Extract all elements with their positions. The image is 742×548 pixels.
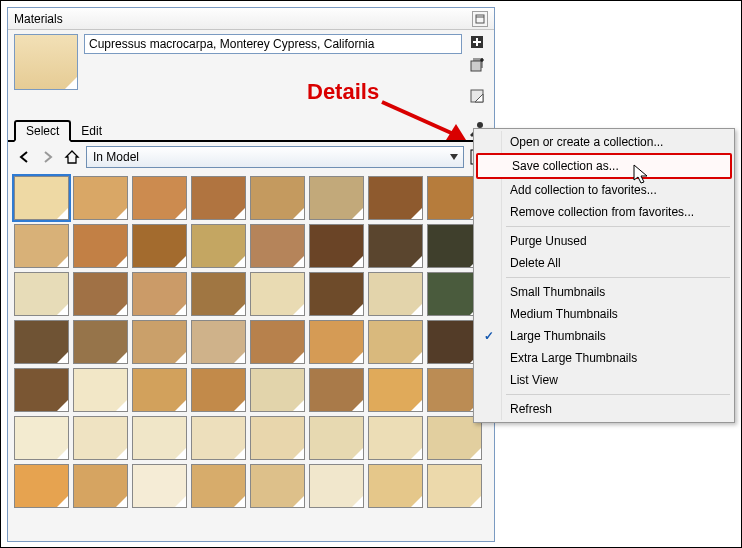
menu-item[interactable]: Purge Unused xyxy=(476,230,732,252)
create-material-button[interactable] xyxy=(469,34,487,52)
material-thumbnail[interactable] xyxy=(250,176,305,220)
menu-item[interactable]: Medium Thumbnails xyxy=(476,303,732,325)
material-thumbnail[interactable] xyxy=(14,416,69,460)
material-thumbnail[interactable] xyxy=(73,320,128,364)
material-thumbnail[interactable] xyxy=(309,320,364,364)
material-thumbnail[interactable] xyxy=(191,368,246,412)
menu-item-label: Small Thumbnails xyxy=(510,285,605,299)
menu-item[interactable]: Delete All xyxy=(476,252,732,274)
materials-panel: Materials Select Edit xyxy=(7,7,495,542)
collection-dropdown-label: In Model xyxy=(93,150,139,164)
svg-rect-8 xyxy=(471,61,481,71)
material-thumbnail[interactable] xyxy=(427,464,482,508)
material-thumbnail[interactable] xyxy=(73,368,128,412)
material-thumbnail[interactable] xyxy=(191,416,246,460)
material-thumbnail[interactable] xyxy=(132,416,187,460)
material-thumbnail[interactable] xyxy=(368,176,423,220)
menu-item[interactable]: Add collection to favorites... xyxy=(476,179,732,201)
material-name-input[interactable] xyxy=(84,34,462,54)
material-thumbnail[interactable] xyxy=(309,272,364,316)
material-thumbnail[interactable] xyxy=(191,272,246,316)
svg-marker-14 xyxy=(66,151,78,163)
nav-forward-button[interactable] xyxy=(38,147,58,167)
material-thumbnail[interactable] xyxy=(73,224,128,268)
arrow-left-icon xyxy=(17,150,31,164)
material-thumbnail[interactable] xyxy=(14,320,69,364)
annotation-details-label: Details xyxy=(307,79,379,105)
material-thumbnail[interactable] xyxy=(73,416,128,460)
menu-item-label: Refresh xyxy=(510,402,552,416)
check-icon: ✓ xyxy=(484,329,494,343)
menu-item[interactable]: Save collection as... xyxy=(476,153,732,179)
material-thumbnail[interactable] xyxy=(250,272,305,316)
material-thumbnail[interactable] xyxy=(132,320,187,364)
swatch-icon xyxy=(470,89,486,105)
material-thumbnail[interactable] xyxy=(191,176,246,220)
menu-item-label: Extra Large Thumbnails xyxy=(510,351,637,365)
material-thumbnail[interactable] xyxy=(14,464,69,508)
material-thumbnail[interactable] xyxy=(309,176,364,220)
material-thumbnail[interactable] xyxy=(250,416,305,460)
material-thumbnail[interactable] xyxy=(250,368,305,412)
material-thumbnail[interactable] xyxy=(309,416,364,460)
material-thumbnail[interactable] xyxy=(73,272,128,316)
set-default-button[interactable] xyxy=(469,88,487,106)
material-thumbnail[interactable] xyxy=(309,464,364,508)
material-thumbnail[interactable] xyxy=(132,224,187,268)
menu-item-label: Add collection to favorites... xyxy=(510,183,657,197)
material-thumbnail[interactable] xyxy=(14,368,69,412)
material-thumbnail[interactable] xyxy=(73,176,128,220)
tab-select[interactable]: Select xyxy=(14,120,71,142)
panel-pin-button[interactable] xyxy=(472,11,488,27)
material-thumbnail[interactable] xyxy=(250,320,305,364)
material-thumbnail[interactable] xyxy=(191,224,246,268)
material-thumbnail[interactable] xyxy=(309,368,364,412)
material-thumbnail[interactable] xyxy=(132,272,187,316)
material-thumbnail[interactable] xyxy=(132,176,187,220)
panel-titlebar[interactable]: Materials xyxy=(8,8,494,30)
menu-item-label: Save collection as... xyxy=(512,159,619,173)
menu-item[interactable]: Small Thumbnails xyxy=(476,281,732,303)
material-thumbnail[interactable] xyxy=(132,464,187,508)
material-thumbnail[interactable] xyxy=(14,176,69,220)
menu-item[interactable]: List View xyxy=(476,369,732,391)
menu-item-label: Purge Unused xyxy=(510,234,587,248)
material-thumbnail[interactable] xyxy=(73,464,128,508)
material-thumbnail[interactable] xyxy=(368,224,423,268)
menu-item[interactable]: Open or create a collection... xyxy=(476,131,732,153)
material-thumbnail[interactable] xyxy=(191,320,246,364)
svg-marker-15 xyxy=(450,154,458,160)
chevron-down-icon xyxy=(449,152,459,162)
material-thumbnail[interactable] xyxy=(132,368,187,412)
duplicate-material-button[interactable] xyxy=(469,56,487,74)
menu-item-label: Delete All xyxy=(510,256,561,270)
menu-separator xyxy=(506,394,730,395)
menu-separator xyxy=(506,226,730,227)
material-thumbnail[interactable] xyxy=(309,224,364,268)
menu-item[interactable]: Remove collection from favorites... xyxy=(476,201,732,223)
material-thumbnail[interactable] xyxy=(250,224,305,268)
duplicate-icon xyxy=(470,57,486,73)
arrow-right-icon xyxy=(41,150,55,164)
material-thumbnail[interactable] xyxy=(250,464,305,508)
material-thumbnail[interactable] xyxy=(14,272,69,316)
material-thumbnail[interactable] xyxy=(191,464,246,508)
menu-item[interactable]: Refresh xyxy=(476,398,732,420)
material-thumbnail[interactable] xyxy=(368,416,423,460)
material-thumbnail[interactable] xyxy=(368,464,423,508)
menu-item-label: Remove collection from favorites... xyxy=(510,205,694,219)
material-thumbnail[interactable] xyxy=(368,368,423,412)
material-thumbnail[interactable] xyxy=(368,272,423,316)
nav-back-button[interactable] xyxy=(14,147,34,167)
material-thumbnail[interactable] xyxy=(368,320,423,364)
home-icon xyxy=(64,149,80,165)
menu-item-label: Open or create a collection... xyxy=(510,135,663,149)
collection-dropdown[interactable]: In Model xyxy=(86,146,464,168)
material-preview-swatch[interactable] xyxy=(14,34,78,90)
tab-edit[interactable]: Edit xyxy=(71,122,112,140)
panel-title: Materials xyxy=(14,12,472,26)
menu-item[interactable]: Extra Large Thumbnails xyxy=(476,347,732,369)
nav-home-button[interactable] xyxy=(62,147,82,167)
material-thumbnail[interactable] xyxy=(14,224,69,268)
menu-item[interactable]: ✓Large Thumbnails xyxy=(476,325,732,347)
